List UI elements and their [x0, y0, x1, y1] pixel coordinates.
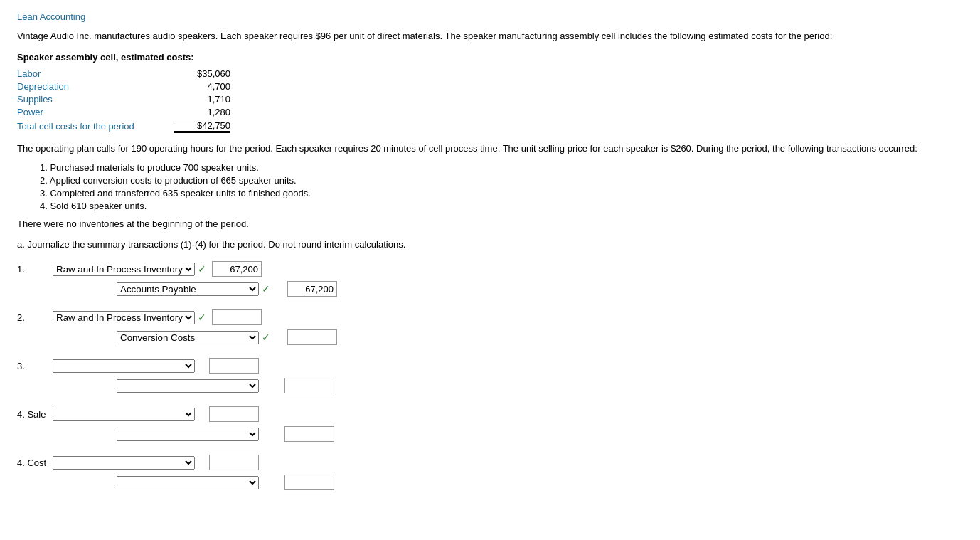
- debit-amount-input[interactable]: [212, 309, 262, 325]
- debit-row: 3.Raw and In Process InventoryAccounts P…: [17, 358, 963, 374]
- cost-row: Total cell costs for the period$42,750: [17, 120, 963, 133]
- credit-account-wrap: Raw and In Process InventoryAccounts Pay…: [117, 428, 259, 441]
- list-item: 1. Purchased materials to produce 700 sp…: [40, 162, 963, 173]
- debit-row: 2.Raw and In Process InventoryAccounts P…: [17, 309, 963, 325]
- cost-label: Depreciation: [17, 81, 174, 92]
- debit-amount-input[interactable]: [212, 261, 262, 277]
- cost-row: Power1,280: [17, 107, 963, 117]
- debit-check-icon: ✓: [198, 312, 206, 323]
- debit-row: 4. SaleRaw and In Process InventoryAccou…: [17, 406, 963, 422]
- cost-value: $42,750: [174, 120, 230, 133]
- journal-entry: 4. SaleRaw and In Process InventoryAccou…: [17, 406, 963, 442]
- cost-label: Total cell costs for the period: [17, 121, 174, 132]
- credit-row: Raw and In Process InventoryAccounts Pay…: [60, 329, 963, 345]
- debit-account-select[interactable]: Raw and In Process InventoryAccounts Pay…: [53, 311, 195, 324]
- credit-account-select[interactable]: Raw and In Process InventoryAccounts Pay…: [117, 428, 259, 441]
- credit-amount-input[interactable]: [284, 426, 334, 442]
- cost-row: Labor$35,060: [17, 68, 963, 79]
- debit-account-wrap: Raw and In Process InventoryAccounts Pay…: [53, 359, 195, 373]
- section-label: Speaker assembly cell, estimated costs:: [17, 52, 963, 63]
- credit-amount-input[interactable]: [287, 329, 337, 345]
- debit-account-select[interactable]: Raw and In Process InventoryAccounts Pay…: [53, 408, 195, 421]
- credit-amount-input[interactable]: [284, 378, 334, 393]
- cost-row: Depreciation4,700: [17, 81, 963, 92]
- entry-number: 4. Sale: [17, 409, 53, 420]
- debit-amount-input[interactable]: [209, 358, 259, 374]
- list-item: 4. Sold 610 speaker units.: [40, 201, 963, 211]
- credit-account-select[interactable]: Raw and In Process InventoryAccounts Pay…: [117, 379, 259, 393]
- credit-check-icon: ✓: [262, 332, 270, 343]
- question-label: a. Journalize the summary transactions (…: [17, 239, 963, 250]
- list-item: 2. Applied conversion costs to productio…: [40, 175, 963, 186]
- debit-check-icon: ✓: [198, 263, 206, 275]
- journal-entry: 2.Raw and In Process InventoryAccounts P…: [17, 309, 963, 345]
- cost-label: Labor: [17, 68, 174, 79]
- credit-amount-input[interactable]: [287, 281, 337, 297]
- credit-amount-input[interactable]: [284, 475, 334, 490]
- cost-label: Power: [17, 107, 174, 117]
- transactions-list: 1. Purchased materials to produce 700 sp…: [40, 162, 963, 211]
- debit-account-wrap: Raw and In Process InventoryAccounts Pay…: [53, 311, 195, 324]
- journal-entry: 1.Raw and In Process InventoryAccounts P…: [17, 261, 963, 297]
- debit-row: 4. CostRaw and In Process InventoryAccou…: [17, 455, 963, 470]
- debit-account-select[interactable]: Raw and In Process InventoryAccounts Pay…: [53, 263, 195, 276]
- journal-entry: 4. CostRaw and In Process InventoryAccou…: [17, 455, 963, 490]
- cost-value: $35,060: [174, 68, 230, 79]
- debit-amount-input[interactable]: [209, 455, 259, 470]
- operating-text: The operating plan calls for 190 operati…: [17, 142, 963, 156]
- credit-account-wrap: Raw and In Process InventoryAccounts Pay…: [117, 331, 259, 344]
- credit-account-select[interactable]: Raw and In Process InventoryAccounts Pay…: [117, 282, 259, 296]
- debit-account-wrap: Raw and In Process InventoryAccounts Pay…: [53, 456, 195, 470]
- debit-amount-input[interactable]: [209, 406, 259, 422]
- debit-account-select[interactable]: Raw and In Process InventoryAccounts Pay…: [53, 456, 195, 470]
- credit-row: Raw and In Process InventoryAccounts Pay…: [60, 378, 963, 393]
- credit-row: Raw and In Process InventoryAccounts Pay…: [60, 475, 963, 490]
- credit-account-select[interactable]: Raw and In Process InventoryAccounts Pay…: [117, 476, 259, 489]
- list-item: 3. Completed and transferred 635 speaker…: [40, 188, 963, 198]
- cost-value: 1,710: [174, 94, 230, 105]
- cost-value: 1,280: [174, 107, 230, 117]
- entry-number: 4. Cost: [17, 457, 53, 468]
- debit-account-select[interactable]: Raw and In Process InventoryAccounts Pay…: [53, 359, 195, 373]
- credit-row: Raw and In Process InventoryAccounts Pay…: [60, 281, 963, 297]
- credit-row: Raw and In Process InventoryAccounts Pay…: [60, 426, 963, 442]
- entry-number: 1.: [17, 264, 53, 275]
- credit-account-select[interactable]: Raw and In Process InventoryAccounts Pay…: [117, 331, 259, 344]
- entry-number: 3.: [17, 361, 53, 371]
- debit-account-wrap: Raw and In Process InventoryAccounts Pay…: [53, 263, 195, 276]
- costs-table: Labor$35,060Depreciation4,700Supplies1,7…: [17, 68, 963, 133]
- journal-entry: 3.Raw and In Process InventoryAccounts P…: [17, 358, 963, 393]
- debit-row: 1.Raw and In Process InventoryAccounts P…: [17, 261, 963, 277]
- credit-account-wrap: Raw and In Process InventoryAccounts Pay…: [117, 282, 259, 296]
- page-title[interactable]: Lean Accounting: [17, 11, 963, 22]
- intro-paragraph: Vintage Audio Inc. manufactures audio sp…: [17, 29, 963, 43]
- cost-value: 4,700: [174, 81, 230, 92]
- no-inventories-text: There were no inventories at the beginni…: [17, 218, 963, 229]
- credit-check-icon: ✓: [262, 283, 270, 295]
- cost-row: Supplies1,710: [17, 94, 963, 105]
- credit-account-wrap: Raw and In Process InventoryAccounts Pay…: [117, 476, 259, 489]
- debit-account-wrap: Raw and In Process InventoryAccounts Pay…: [53, 408, 195, 421]
- cost-label: Supplies: [17, 94, 174, 105]
- entry-number: 2.: [17, 312, 53, 323]
- credit-account-wrap: Raw and In Process InventoryAccounts Pay…: [117, 379, 259, 393]
- journal-section: 1.Raw and In Process InventoryAccounts P…: [17, 261, 963, 490]
